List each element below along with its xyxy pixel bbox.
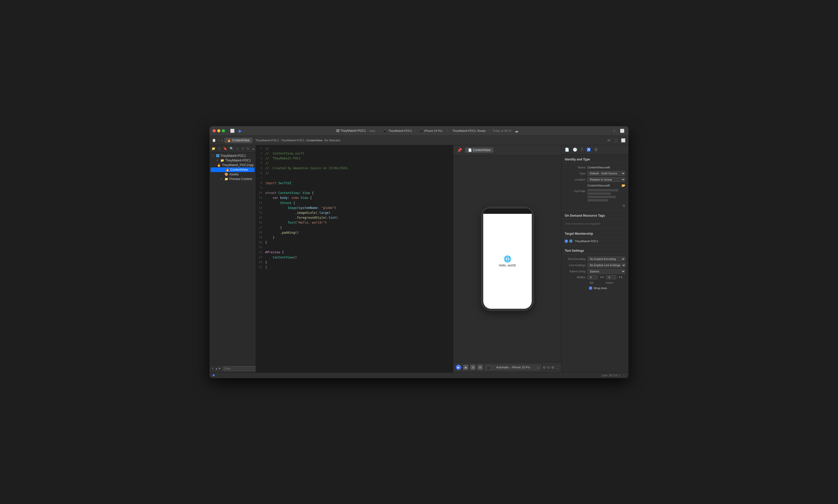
tab-width-input[interactable] bbox=[587, 275, 598, 280]
back-arrow[interactable]: ‹ bbox=[217, 138, 220, 142]
tree-item-assets[interactable]: ▸ 🎨 Assets bbox=[210, 172, 256, 177]
sidebar-bottom: + ▲▼ 🕐 ⊟ bbox=[210, 365, 256, 373]
code-line-14: 14 .imageScale(.large) bbox=[256, 211, 453, 215]
add-button[interactable]: + bbox=[612, 128, 617, 133]
accessibility-icon[interactable]: ♿ bbox=[585, 147, 592, 152]
sidebar-project-label: TheyMakeIt-POC1 bbox=[220, 154, 246, 158]
encoding-row: Text Encoding No Explicit Encoding bbox=[562, 256, 628, 262]
code-line-9: 9 bbox=[256, 186, 453, 191]
preview-tab[interactable]: 📄 ContentView bbox=[465, 147, 493, 153]
panel-toggle-button[interactable]: ⬜ bbox=[619, 128, 625, 133]
type-value: Default - Swift Source bbox=[587, 171, 625, 176]
minimize-button[interactable] bbox=[217, 129, 220, 132]
sidebar-folder-label: TheyMakeIt-POC1 bbox=[225, 159, 251, 162]
encoding-select[interactable]: No Explicit Encoding bbox=[587, 257, 625, 261]
add-file-button[interactable]: + bbox=[212, 367, 213, 371]
tab-stepper[interactable]: ⬆⬇ bbox=[600, 276, 604, 278]
on-demand-placeholder: Only resources are taggable bbox=[565, 222, 625, 225]
line-endings-row: Line Endings No Explicit Line Endings bbox=[562, 262, 628, 268]
navigator-icon[interactable]: 📋 bbox=[212, 138, 216, 143]
code-line-13: 13 Image(systemName: "globe") bbox=[256, 205, 453, 211]
breadcrumb-item-1[interactable]: TheyMakeIt-POC1 bbox=[281, 139, 304, 142]
tree-item-project-root[interactable]: ▾ 🅰 TheyMakeIt-POC1 bbox=[210, 154, 256, 158]
search-icon[interactable]: 🔍 bbox=[229, 146, 234, 151]
wrap-lines-checkbox[interactable]: ✓ bbox=[589, 287, 592, 290]
type-select[interactable]: Default - Swift Source bbox=[587, 171, 625, 176]
preview-grid-button[interactable]: ⊞ bbox=[470, 365, 476, 370]
folder-icon[interactable]: 📁 bbox=[211, 146, 216, 151]
code-line-2: 2 // ContentView.swift bbox=[256, 151, 453, 156]
toolbar-left: 📋 ‹ › bbox=[212, 138, 224, 143]
zoom-in-button[interactable]: ⊕ bbox=[551, 365, 554, 370]
project-name: TheyMakeIt-POC1 bbox=[340, 129, 366, 132]
play-button[interactable]: ▶ bbox=[238, 128, 243, 134]
source-control-icon[interactable]: ⊙ bbox=[217, 146, 221, 151]
code-line-18: 18 .padding() bbox=[256, 230, 453, 235]
file-inspector-icon[interactable]: 📄 bbox=[564, 147, 570, 152]
localization-icon[interactable]: ☰ bbox=[593, 147, 599, 152]
globe-icon: 🌐 bbox=[504, 255, 511, 263]
location-file-icon[interactable]: 📂 bbox=[622, 184, 625, 187]
zoom-out-button[interactable]: ⊖ bbox=[543, 365, 546, 370]
layout-status-icon[interactable]: ⬚ bbox=[623, 374, 625, 377]
sidebar-toggle-button[interactable]: ⬜ bbox=[229, 128, 235, 133]
history-inspector-icon[interactable]: 🕐 bbox=[572, 147, 578, 152]
target-checkbox[interactable]: ✓ bbox=[565, 240, 568, 243]
test-icon[interactable]: ✦ bbox=[241, 146, 245, 151]
copy-path-button[interactable]: ⊙ bbox=[622, 203, 625, 208]
panel-right-button[interactable]: ⬜ bbox=[620, 138, 626, 143]
swift-icon-app: 🔥 bbox=[217, 163, 221, 167]
folder-icon-sidebar: 📁 bbox=[220, 159, 224, 162]
indent-col-label: Indent bbox=[606, 282, 613, 284]
bookmark-icon[interactable]: 🔖 bbox=[222, 146, 228, 151]
filter-input[interactable] bbox=[222, 366, 256, 371]
file-tab[interactable]: 🔥 ContentView bbox=[225, 138, 252, 143]
line-endings-select[interactable]: No Explicit Line Endings bbox=[587, 263, 626, 268]
debug-icon[interactable]: ⊕ bbox=[246, 146, 250, 151]
toolbar-right: ⇄ ⬚ ⬜ bbox=[606, 138, 626, 143]
widths-label: Widths bbox=[565, 276, 585, 279]
scheme-icon: 📱 bbox=[383, 129, 387, 132]
location-select[interactable]: Relative to Group bbox=[587, 177, 625, 182]
layout-button[interactable]: ⬚ bbox=[613, 138, 619, 143]
tree-item-contentview[interactable]: ▸ 🔥 ContentView bbox=[211, 167, 255, 172]
preview-play-button[interactable]: ▶ bbox=[456, 365, 461, 370]
on-demand-row: Only resources are taggable bbox=[562, 221, 628, 227]
swift-icon-cv: 🔥 bbox=[226, 168, 229, 172]
phone-frame: 🌐 Hello, world! bbox=[482, 207, 533, 310]
indent-stepper[interactable]: ⬆⬇ bbox=[619, 276, 623, 278]
inspector: 📄 🕐 ? ♿ ☰ Identity and Type Name Content… bbox=[561, 145, 628, 373]
pin-preview-button[interactable]: 📌 bbox=[456, 147, 463, 153]
indent-using-row: Indent Using Spaces bbox=[562, 268, 628, 274]
zoom-full-button[interactable]: ⛶ bbox=[555, 365, 559, 370]
divider-3 bbox=[562, 246, 628, 246]
breadcrumb-item-2[interactable]: ContentView bbox=[306, 139, 322, 142]
sidebar-content: ▾ 🅰 TheyMakeIt-POC1 ▾ 📁 TheyMakeIt-POC1 … bbox=[210, 152, 256, 365]
breadcrumb-sep-0: › bbox=[280, 139, 281, 142]
fullpath-text bbox=[587, 189, 625, 202]
preview-swap-button[interactable]: ⇄ bbox=[478, 365, 483, 370]
quick-help-icon[interactable]: ? bbox=[580, 147, 584, 152]
forward-arrow[interactable]: › bbox=[221, 138, 224, 142]
warning-icon[interactable]: ⚠ bbox=[235, 146, 239, 151]
close-button[interactable] bbox=[213, 129, 216, 132]
breadcrumb-sep-1: › bbox=[305, 139, 306, 142]
device-selector[interactable]: 📱 Automatic – iPhone 15 Pro ⌄ bbox=[485, 365, 541, 370]
tree-item-app[interactable]: ▸ 🔥 TheyMakelt_POC1App bbox=[210, 163, 256, 167]
indent-using-select[interactable]: Spaces bbox=[587, 269, 625, 274]
preview-stop-button[interactable]: ◼ bbox=[463, 365, 468, 370]
indent-width-input[interactable] bbox=[606, 275, 617, 280]
indent-using-label: Indent Using bbox=[565, 270, 585, 273]
inspector-toggle-button[interactable]: ⇄ bbox=[606, 138, 611, 143]
maximize-button[interactable] bbox=[222, 129, 225, 132]
tree-item-preview[interactable]: ▸ 📁 Preview Content bbox=[210, 177, 256, 181]
cloud-icon-sidebar[interactable]: ☁ bbox=[251, 146, 255, 151]
device-selector-label: Automatic – iPhone 15 Pro bbox=[496, 366, 530, 369]
code-editor[interactable]: 1 // 2 // ContentView.swift 3 // TheyMak… bbox=[256, 145, 453, 373]
breadcrumb-item-0[interactable]: TheyMakeIt-POC1 bbox=[255, 139, 279, 142]
breadcrumb-item-3[interactable]: No Selection bbox=[325, 139, 341, 142]
sort-icon[interactable]: ▲▼ bbox=[215, 367, 221, 371]
zoom-fit-button[interactable]: ⊙ bbox=[547, 365, 550, 370]
cursor-position: Line: 25 Col: 1 bbox=[602, 374, 620, 377]
tree-item-folder-root[interactable]: ▾ 📁 TheyMakeIt-POC1 bbox=[210, 158, 256, 163]
